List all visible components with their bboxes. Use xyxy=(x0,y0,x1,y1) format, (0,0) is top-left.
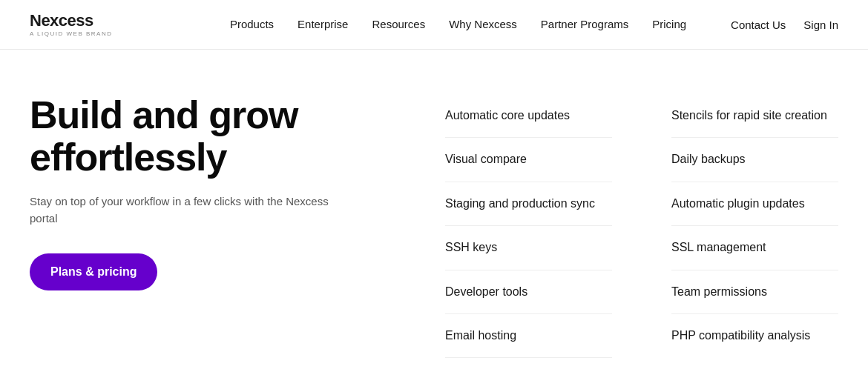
nav-item-why-nexcess[interactable]: Why Nexcess xyxy=(449,18,517,31)
nav-link-enterprise[interactable]: Enterprise xyxy=(297,18,348,30)
nav-contact-us[interactable]: Contact Us xyxy=(731,19,786,31)
nav-link-pricing[interactable]: Pricing xyxy=(652,18,686,30)
feature-item-ssl-management: SSL management xyxy=(671,226,838,270)
nav-item-pricing[interactable]: Pricing xyxy=(652,18,686,31)
nav-item-resources[interactable]: Resources xyxy=(372,18,425,31)
nav-link-why-nexcess[interactable]: Why Nexcess xyxy=(449,18,517,30)
feature-item-developer-tools: Developer tools xyxy=(445,270,612,314)
feature-item-visual-compare: Visual compare xyxy=(445,138,612,182)
feature-item-team-permissions: Team permissions xyxy=(671,270,838,314)
navbar: Nexcess A LIQUID WEB BRAND Products Ente… xyxy=(0,0,868,50)
hero-title: Build and grow effortlessly xyxy=(30,94,356,179)
nav-links: Products Enterprise Resources Why Nexces… xyxy=(230,18,686,31)
hero-subtitle: Stay on top of your workflow in a few cl… xyxy=(30,193,356,227)
features-section: Automatic core updates Stencils for rapi… xyxy=(386,94,838,358)
nav-item-products[interactable]: Products xyxy=(230,18,274,31)
feature-item-automatic-core-updates: Automatic core updates xyxy=(445,94,612,138)
logo-tagline: A LIQUID WEB BRAND xyxy=(30,30,112,37)
feature-item-stencils: Stencils for rapid site creation xyxy=(671,94,838,138)
feature-item-ssh-keys: SSH keys xyxy=(445,226,612,270)
nav-right: Contact Us Sign In xyxy=(731,19,838,31)
feature-item-php-compatibility: PHP compatibility analysis xyxy=(671,314,838,358)
nav-sign-in[interactable]: Sign In xyxy=(803,19,838,31)
nav-link-resources[interactable]: Resources xyxy=(372,18,425,30)
nav-item-enterprise[interactable]: Enterprise xyxy=(297,18,348,31)
hero-section: Build and grow effortlessly Stay on top … xyxy=(30,94,386,358)
nav-link-products[interactable]: Products xyxy=(230,18,274,30)
main-content: Build and grow effortlessly Stay on top … xyxy=(0,50,868,388)
logo-name: Nexcess xyxy=(30,12,112,30)
logo-link[interactable]: Nexcess A LIQUID WEB BRAND xyxy=(30,12,112,36)
cta-button[interactable]: Plans & pricing xyxy=(30,253,157,290)
feature-item-staging-sync: Staging and production sync xyxy=(445,182,612,226)
nav-item-partner-programs[interactable]: Partner Programs xyxy=(541,18,628,31)
nav-link-partner-programs[interactable]: Partner Programs xyxy=(541,18,628,30)
feature-item-auto-plugin-updates: Automatic plugin updates xyxy=(671,182,838,226)
feature-item-daily-backups: Daily backups xyxy=(671,138,838,182)
feature-item-email-hosting: Email hosting xyxy=(445,314,612,358)
